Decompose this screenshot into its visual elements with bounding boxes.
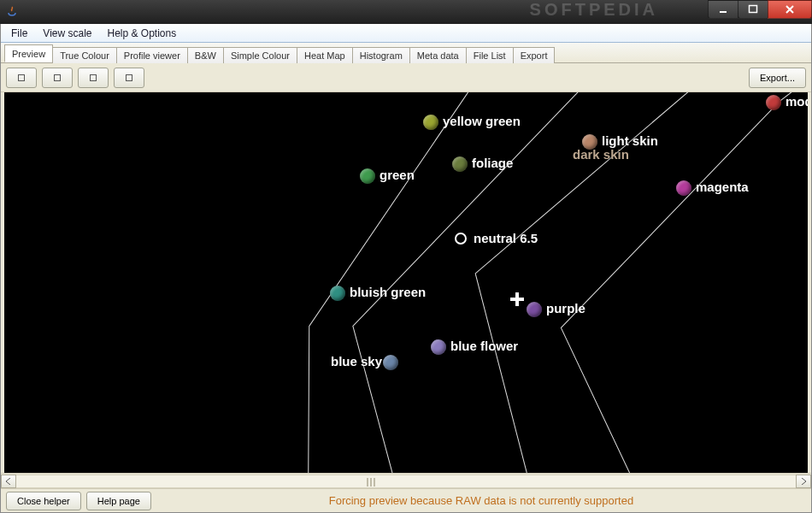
tab-preview[interactable]: Preview [4, 44, 53, 62]
canvas-area: moderateyellow greenlight skindark skinf… [1, 92, 811, 473]
tab-export[interactable]: Export [513, 47, 556, 63]
point-label: blue flower [450, 339, 518, 353]
window-controls [709, 0, 812, 19]
color-point [676, 180, 691, 196]
close-helper-button[interactable]: Close helper [6, 492, 81, 510]
scroll-right-arrow[interactable] [796, 475, 811, 488]
tabstrip: Preview True Colour Profile viewer B&W S… [1, 43, 811, 63]
tab-profile-viewer[interactable]: Profile viewer [116, 47, 188, 63]
tool-button-4[interactable] [114, 68, 144, 88]
maximize-button[interactable] [738, 0, 768, 19]
crosshair-icon [510, 292, 524, 306]
point-label: light skin [602, 133, 658, 148]
export-button[interactable]: Export... [749, 68, 806, 88]
chart-polylines [4, 92, 808, 473]
color-point [527, 302, 542, 317]
point-label: foliage [472, 156, 513, 170]
point-label: moderate [786, 94, 808, 109]
tab-histogram[interactable]: Histogram [352, 47, 410, 63]
color-point [360, 168, 375, 184]
minimize-button[interactable] [708, 0, 738, 19]
tab-heat-map[interactable]: Heat Map [297, 47, 353, 63]
tab-file-list[interactable]: File List [466, 47, 514, 63]
square-icon [18, 74, 25, 81]
tab-true-colour[interactable]: True Colour [52, 47, 117, 63]
tab-simple-colour[interactable]: Simple Colour [223, 47, 297, 63]
svg-rect-1 [750, 6, 757, 13]
point-label: dark skin [573, 147, 629, 162]
color-point [431, 339, 446, 355]
statusbar: Close helper Help page Forcing preview b… [1, 488, 811, 512]
square-icon [54, 74, 61, 81]
point-label: bluish green [350, 285, 426, 299]
color-point [766, 95, 781, 110]
preview-canvas[interactable]: moderateyellow greenlight skindark skinf… [4, 92, 808, 473]
toolbar: Export... [1, 63, 811, 92]
tool-button-1[interactable] [6, 68, 37, 88]
point-label: magenta [696, 180, 749, 194]
tool-button-3[interactable] [78, 68, 109, 88]
tab-bw[interactable]: B&W [187, 47, 224, 63]
color-point [452, 156, 468, 172]
color-point [330, 286, 345, 301]
point-label: yellow green [443, 114, 521, 128]
square-icon [90, 74, 97, 81]
scroll-grip-icon [367, 478, 384, 486]
horizontal-scrollbar[interactable] [1, 473, 811, 488]
svg-rect-0 [720, 11, 727, 13]
color-point [423, 115, 438, 130]
help-page-button[interactable]: Help page [86, 492, 151, 510]
scroll-track[interactable] [16, 475, 796, 488]
tab-meta-data[interactable]: Meta data [409, 47, 467, 63]
square-icon [126, 74, 132, 81]
point-label: green [380, 168, 415, 182]
color-point [383, 355, 398, 370]
scroll-left-arrow[interactable] [1, 475, 16, 488]
menubar: File View scale Help & Options [1, 24, 811, 43]
close-button[interactable] [768, 0, 812, 19]
point-label: purple [546, 301, 585, 315]
menu-view-scale[interactable]: View scale [36, 26, 98, 41]
status-message: Forcing preview because RAW data is not … [156, 494, 806, 507]
softpedia-watermark: SOFTPEDIA [530, 0, 658, 20]
neutral-circle-icon [455, 233, 467, 245]
tool-button-2[interactable] [42, 68, 73, 88]
point-label: blue sky [331, 354, 382, 369]
java-icon [5, 5, 19, 19]
titlebar: SOFTPEDIA [0, 0, 812, 24]
menu-help-options[interactable]: Help & Options [100, 26, 183, 41]
app-frame: File View scale Help & Options Preview T… [0, 24, 812, 513]
point-label: neutral 6.5 [474, 231, 538, 245]
menu-file[interactable]: File [4, 26, 34, 41]
